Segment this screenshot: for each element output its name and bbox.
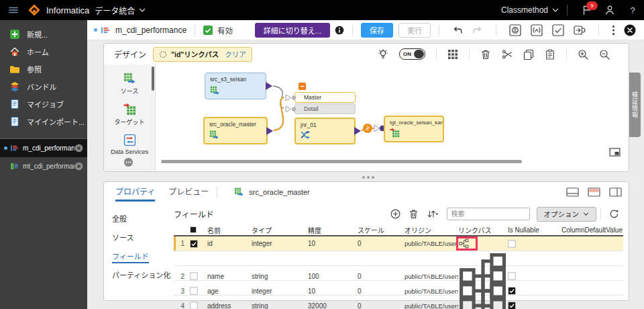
tab-properties[interactable]: プロパティ <box>115 182 155 202</box>
redo-icon[interactable] <box>472 26 483 35</box>
scale-cell: 0 <box>358 288 405 295</box>
mapping-canvas[interactable]: src_s3_seisan src_oracle_master Master <box>156 64 629 171</box>
fit-to-screen-icon[interactable] <box>609 148 621 157</box>
input-port-icon[interactable] <box>285 94 297 101</box>
output-port[interactable] <box>266 82 272 90</box>
row-checkbox[interactable] <box>190 287 198 295</box>
palette-more-icon[interactable] <box>123 157 133 167</box>
service-name[interactable]: データ統合 <box>95 5 135 16</box>
mapping-icon <box>10 162 19 171</box>
field-name-cell: address <box>207 302 252 309</box>
palette-item-source[interactable]: ソース <box>104 72 155 95</box>
validation-panel-icon[interactable] <box>552 24 564 36</box>
output-port[interactable] <box>354 127 361 135</box>
close-tab-icon[interactable] <box>74 144 83 152</box>
zoom-in-icon[interactable] <box>578 49 588 60</box>
joiner-master-row[interactable]: Master <box>294 92 356 103</box>
notifications-flag-icon[interactable]: 9 <box>582 5 592 15</box>
nullable-checkbox[interactable] <box>508 302 516 309</box>
palette-scrollbar[interactable] <box>152 67 154 91</box>
delete-icon[interactable] <box>480 49 491 60</box>
node-target[interactable]: tgt_oracle_seisan_kanri <box>384 116 444 142</box>
recommendations-toggle[interactable]: ON <box>399 48 425 60</box>
sidebar-item-my-jobs[interactable]: マイジョブ <box>0 95 87 113</box>
panel-splitter-handle[interactable] <box>362 176 365 179</box>
help-icon[interactable]: ? <box>627 5 638 15</box>
cut-icon[interactable] <box>502 49 513 60</box>
recommendations-bulb-icon[interactable] <box>378 49 388 60</box>
linked-icon[interactable] <box>363 124 372 133</box>
nullable-checkbox[interactable] <box>508 287 516 295</box>
user-profile-icon[interactable] <box>604 5 615 15</box>
hamburger-menu-icon[interactable] <box>8 5 19 15</box>
sidebar-item-bundle[interactable]: バンドル <box>0 78 87 95</box>
delete-field-icon[interactable] <box>409 209 419 219</box>
sidebar-item-folder[interactable]: 参照 <box>0 60 87 78</box>
row-checkbox[interactable] <box>190 272 198 280</box>
layout-right-icon[interactable] <box>609 187 622 197</box>
layout-maximize-icon[interactable] <box>588 187 600 197</box>
more-actions-icon[interactable] <box>612 24 615 36</box>
switch-to-advanced-button[interactable]: 詳細に切り替え... <box>255 23 330 38</box>
svg-text:?: ? <box>630 5 635 15</box>
copy-icon[interactable] <box>523 49 534 60</box>
sort-icon[interactable] <box>427 209 439 219</box>
chevron-down-icon[interactable] <box>139 8 146 12</box>
row-checkbox[interactable] <box>190 302 198 309</box>
product-name: Informatica <box>46 5 89 15</box>
linkpath-icon[interactable] <box>459 238 469 249</box>
nullable-checkbox[interactable] <box>508 240 516 248</box>
design-body: ソースターゲットData Services src_s3_seisan <box>104 64 629 171</box>
input-port-icon[interactable] <box>285 105 297 113</box>
close-asset-icon[interactable] <box>624 24 636 36</box>
column-header: リンクパス <box>458 225 508 235</box>
tab-preview[interactable]: プレビュー <box>168 182 209 202</box>
properties-nav-item[interactable]: パーティション化 <box>109 265 172 284</box>
design-tab[interactable]: デザイン <box>114 48 146 60</box>
zoom-out-icon[interactable] <box>599 49 610 60</box>
add-field-icon[interactable] <box>390 209 400 219</box>
sidebar-item-new-plus[interactable]: 新規... <box>0 26 87 43</box>
palette-item-target[interactable]: ターゲット <box>104 103 155 126</box>
sidebar-open-tab[interactable]: mt_cdi_performan... <box>0 157 87 175</box>
select-all-checkbox[interactable] <box>190 226 197 233</box>
deploy-panel-icon[interactable] <box>574 24 586 36</box>
nullable-checkbox[interactable] <box>508 272 516 280</box>
refresh-icon[interactable] <box>609 209 619 219</box>
row-checkbox[interactable] <box>190 240 198 248</box>
search-input[interactable] <box>447 208 530 220</box>
node-joiner[interactable]: jnr_01 <box>294 118 356 144</box>
sidebar-open-tab[interactable]: m_cdi_performance <box>0 139 87 157</box>
paste-icon[interactable] <box>545 49 555 60</box>
options-button[interactable]: オプション <box>537 207 597 222</box>
properties-nav-item[interactable]: ソース <box>109 228 172 247</box>
linkpath-icon[interactable] <box>458 281 508 309</box>
palette-item-data-services[interactable]: Data Services <box>104 134 155 155</box>
run-button[interactable]: 実行 <box>398 23 431 38</box>
info-icon[interactable] <box>335 26 344 35</box>
node-source-s3[interactable]: src_s3_seisan <box>205 73 266 99</box>
linkpath-clear-button[interactable]: クリア <box>225 49 246 59</box>
node-source-oracle[interactable]: src_oracle_master <box>203 117 268 144</box>
collapse-group-icon[interactable] <box>299 83 306 90</box>
canvas-horizontal-scrollbar[interactable] <box>161 160 522 163</box>
globe-panel-icon[interactable] <box>509 24 521 36</box>
layout-grid-icon[interactable] <box>447 49 458 60</box>
layout-bottom-icon[interactable] <box>566 187 579 197</box>
output-port[interactable] <box>266 127 273 135</box>
save-button[interactable]: 保存 <box>361 23 393 38</box>
org-chevron-down-icon[interactable] <box>552 8 559 12</box>
joiner-detail-row[interactable]: Detail <box>294 103 356 114</box>
table-row[interactable]: 2namestring1000public/TABLE/users <box>174 251 623 266</box>
close-tab-icon[interactable] <box>74 162 83 171</box>
expression-panel-icon[interactable] <box>531 24 543 36</box>
properties-nav-item[interactable]: フィールド <box>109 247 172 265</box>
row-number: 2 <box>174 273 190 280</box>
sidebar-item-home[interactable]: ホーム <box>0 43 87 60</box>
org-name[interactable]: Classmethod <box>501 5 548 15</box>
table-row[interactable]: 1idinteger100public/TABLE/users <box>174 236 623 251</box>
properties-nav-item[interactable]: 全般 <box>109 209 172 228</box>
sidebar-item-my-import[interactable]: マイインポート... <box>0 113 87 130</box>
right-panel-tab[interactable]: 検証情報 <box>629 73 641 137</box>
undo-icon[interactable] <box>452 26 463 35</box>
